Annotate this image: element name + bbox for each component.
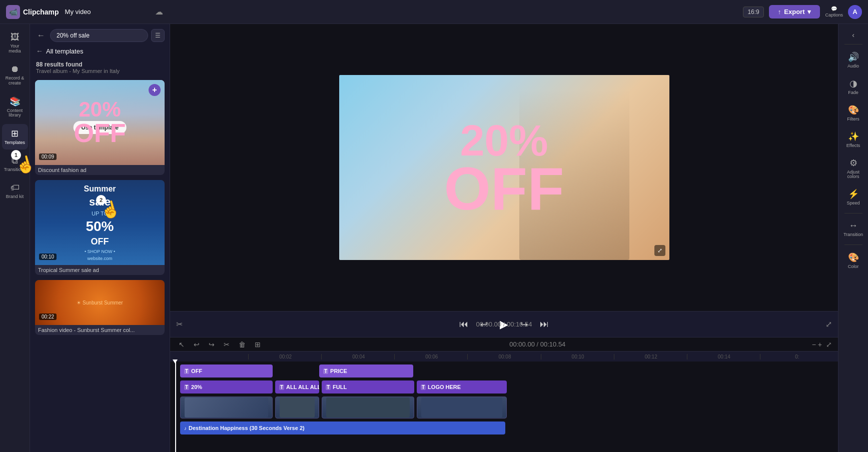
template-card-discount-fashion[interactable]: 20% OFF 00:09 + Use template Discount fa… [35,80,165,175]
zoom-in-button[interactable]: + [818,340,822,348]
right-nav-filters[interactable]: 🎨 Filters [840,100,866,126]
skip-back-button[interactable]: ⏮ [457,317,470,332]
video-clip-2[interactable] [275,396,319,418]
video-canvas: 20 % OFF ⤢ [339,75,669,260]
redo-button[interactable]: ↪ [206,339,217,350]
fullscreen-button[interactable]: ⤢ [654,245,665,256]
your-media-icon: 🖼 [11,32,20,42]
sidebar-item-record-create[interactable]: ⏺ Record & create [2,60,28,90]
right-nav-effects[interactable]: ✨ Effects [840,127,866,152]
audio-clip-label: Destination Happiness (30 Seconds Verse … [189,425,305,431]
zoom-out-button[interactable]: − [812,340,816,348]
record-icon: ⏺ [11,64,20,74]
right-nav-adjust-colors[interactable]: ⚙ Adjust colors [840,154,866,184]
video-title-input[interactable] [65,8,149,16]
cut-button[interactable]: ✂ [221,339,232,350]
sidebar-collapse-button[interactable]: ‹ [850,29,856,41]
music-icon: ♪ [184,426,187,431]
breadcrumb-back-button[interactable]: ← [36,47,43,55]
tracks-wrapper: T OFF T PRICE T 20% T [170,362,838,452]
preview-50-text: 50% [86,218,114,234]
track-row-audio: ♪ Destination Happiness (30 Seconds Vers… [175,420,833,436]
content-library-icon: 📚 [10,96,21,107]
user-avatar[interactable]: A [848,5,862,19]
templates-panel: ← ☰ ← All templates 88 results found Tra… [30,24,170,452]
track-row-text-2: T 20% T ALL ALL ALL A T FULL T LOGO HERE [175,380,833,394]
search-back-button[interactable]: ← [35,29,47,42]
full-clip[interactable]: T FULL [322,380,414,394]
right-nav-label-filters: Filters [847,117,859,122]
template-card-sunburst[interactable]: ☀ Sunburst Summer 00:22 Fashion video - … [35,280,165,335]
results-info: 88 results found Travel album - My Summe… [30,59,170,77]
logo-clip[interactable]: T LOGO HERE [417,380,507,394]
results-sub: Travel album - My Summer in Italy [36,68,164,74]
price-clip[interactable]: T PRICE [319,364,413,378]
filters-icon: 🎨 [848,104,859,116]
transition-icon: ↔ [849,220,858,231]
template-card-tropical-summer[interactable]: Summer sale UP TO 50% OFF • SHOP NOW • w… [35,180,165,275]
filter-button[interactable]: ☰ [151,29,165,42]
right-nav-audio[interactable]: 🔊 Audio [840,48,866,73]
video-clip-3[interactable] [322,396,414,418]
right-sidebar: ‹ 🔊 Audio ◑ Fade 🎨 Filters ✨ Effects ⚙ A… [838,24,868,452]
divider-3 [844,244,862,245]
all-clip-label: ALL ALL ALL A [286,384,319,390]
template-time-2: 00:10 [39,254,57,260]
speed-icon: ⚡ [848,188,859,200]
breadcrumb: ← All templates [30,45,170,59]
track-row-text-1: T OFF T PRICE [175,364,833,378]
sidebar-item-templates[interactable]: ⊞ Templates [2,124,28,150]
template-add-button-1[interactable]: + [149,84,161,96]
aspect-ratio-badge[interactable]: 16:9 [743,6,763,18]
right-nav-transition[interactable]: ↔ Transition [840,216,866,242]
right-nav-fade[interactable]: ◑ Fade [840,74,866,100]
playhead[interactable] [175,362,176,452]
timeline-expand-button[interactable]: ⤢ [826,340,832,348]
right-nav-speed[interactable]: ⚡ Speed [840,184,866,210]
divider-2 [844,213,862,214]
fade-icon: ◑ [849,78,857,89]
video-clip-1[interactable] [180,396,273,418]
captions-button[interactable]: 💬 Captions [825,6,843,18]
main-area: 🖼 Your media ⏺ Record & create 📚 Content… [0,24,868,452]
video-controls: ✂ ⏮ ↩ ▶ ↪ ⏭ 00:00.00 / 00:10.54 ⤢ [170,311,838,337]
all-clip[interactable]: T ALL ALL ALL A [275,380,319,394]
video-clip-4[interactable] [417,396,507,418]
timeline-ruler: 00:02 00:04 00:06 00:08 00:10 00:12 00:1… [170,352,838,362]
preview-summer-text: Summer [84,184,116,194]
sidebar-item-brand-kit[interactable]: 🏷 Brand kit [2,178,28,204]
sidebar-item-transitions[interactable]: ⧉ Transitions [2,152,28,176]
divider-1 [844,44,862,44]
templates-list: 20% OFF 00:09 + Use template Discount fa… [30,77,170,452]
cursor-tool-button[interactable]: ↖ [176,339,187,350]
ruler-mark-3: 00:06 [394,354,467,360]
adjust-colors-icon: ⚙ [849,158,857,168]
ruler-mark-6: 00:12 [614,354,687,360]
captions-icon: 💬 [831,6,837,12]
twenty-clip[interactable]: T 20% [180,380,273,394]
right-nav-label-transition: Transition [843,232,863,238]
timeline-toolbar: ↖ ↩ ↪ ✂ 🗑 ⊞ 00:00.00 / 00:10.54 − + ⤢ [170,338,838,352]
export-button[interactable]: ↑ Export ▾ [769,5,820,18]
ruler-mark-7: 00:14 [687,354,760,360]
right-nav-color[interactable]: 🎨 Color [840,248,866,274]
delete-button[interactable]: 🗑 [236,339,248,350]
preview-off2-text: OFF [91,236,109,247]
right-nav-label-color: Color [848,264,859,270]
ruler-mark-5: 00:10 [541,354,614,360]
search-input[interactable] [50,29,148,42]
skip-forward-button[interactable]: ⏭ [538,317,551,332]
sidebar-item-content-library[interactable]: 📚 Content library [2,92,28,122]
audio-clip[interactable]: ♪ Destination Happiness (30 Seconds Vers… [180,422,505,434]
timeline-total-time: 00:10.54 [540,340,566,348]
effects-icon: ✨ [848,131,859,142]
undo-button[interactable]: ↩ [191,339,202,350]
logo-text: Clipchamp [23,8,59,16]
templates-icon: ⊞ [11,128,19,139]
sidebar-item-your-media[interactable]: 🖼 Your media [2,28,28,58]
magic-cut-button[interactable]: ✂ [176,320,183,329]
duplicate-button[interactable]: ⊞ [252,339,263,350]
off-clip[interactable]: T OFF [180,364,273,378]
sidebar-item-label-transitions: Transitions [4,168,26,172]
expand-button[interactable]: ⤢ [825,320,832,329]
